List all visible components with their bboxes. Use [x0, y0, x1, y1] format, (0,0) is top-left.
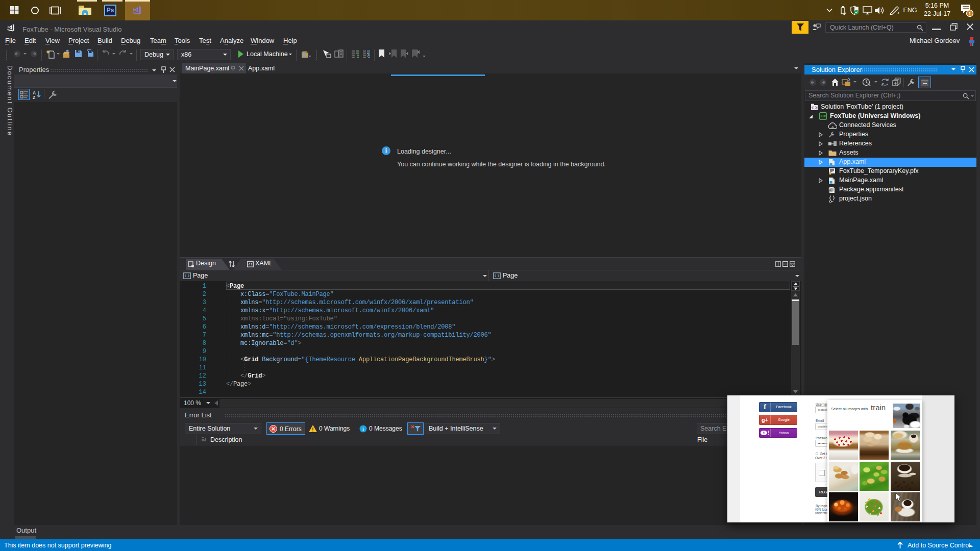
svg-text:i: i: [362, 427, 364, 432]
svg-text:?: ?: [366, 53, 369, 58]
svg-text:1: 1: [968, 11, 971, 16]
svg-text:Z: Z: [33, 95, 35, 99]
